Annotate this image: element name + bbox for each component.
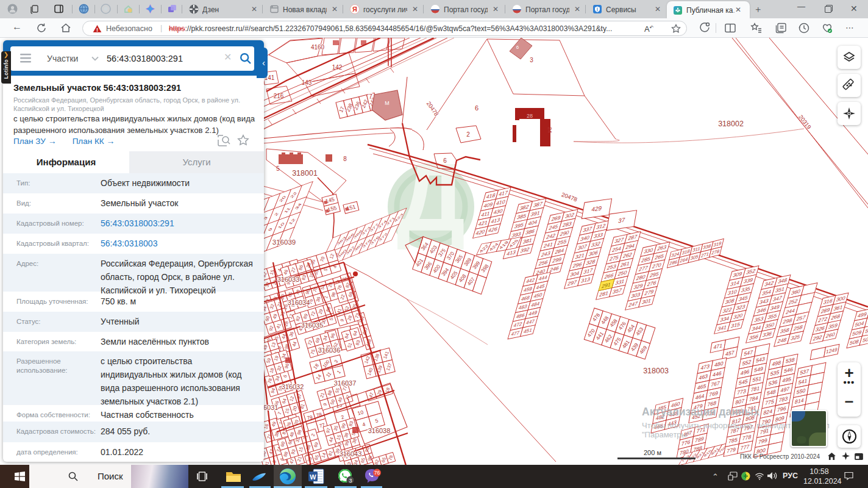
svg-text:W: W	[310, 473, 316, 481]
svg-text:316038: 316038	[368, 427, 391, 434]
svg-text:4160: 4160	[311, 44, 325, 51]
svg-text:24: 24	[547, 127, 553, 133]
svg-text:28: 28	[527, 113, 533, 119]
svg-text:316033: 316033	[277, 276, 300, 283]
svg-text:М: М	[385, 100, 390, 106]
svg-text:316035: 316035	[301, 321, 324, 329]
svg-text:316034: 316034	[288, 299, 310, 306]
svg-text:3: 3	[530, 57, 533, 63]
svg-text:316032: 316032	[282, 383, 304, 390]
svg-text:316037: 316037	[334, 379, 357, 387]
svg-text:20478: 20478	[425, 100, 440, 117]
svg-text:6: 6	[443, 157, 447, 164]
svg-text:3: 3	[349, 478, 352, 484]
svg-text:316039: 316039	[272, 239, 296, 246]
svg-text:8: 8	[343, 156, 347, 162]
svg-text:20478: 20478	[561, 191, 578, 203]
svg-text:Д: Д	[397, 143, 466, 251]
svg-text:7: 7	[369, 93, 372, 100]
svg-text:20319: 20319	[797, 113, 813, 131]
svg-text:316043: 316043	[340, 450, 362, 458]
svg-text:318002: 318002	[718, 120, 744, 128]
svg-text:316036: 316036	[318, 346, 341, 354]
svg-text:Я: Я	[352, 5, 357, 13]
svg-text:6031: 6031	[263, 404, 278, 411]
svg-text:76: 76	[374, 470, 380, 476]
svg-text:6: 6	[475, 104, 478, 112]
svg-text:2: 2	[466, 131, 470, 138]
svg-text:318003: 318003	[643, 367, 669, 375]
svg-text:6: 6	[516, 45, 519, 50]
svg-text:318001: 318001	[292, 169, 318, 178]
svg-text:!: !	[96, 26, 98, 32]
